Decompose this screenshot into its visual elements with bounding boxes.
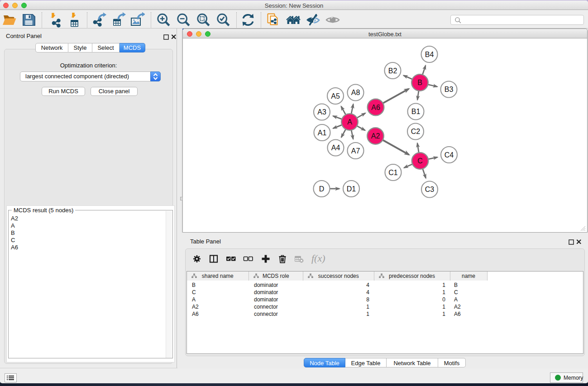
- svg-text:A6: A6: [371, 104, 380, 111]
- svg-text:B3: B3: [444, 86, 453, 93]
- svg-text:A5: A5: [331, 92, 340, 100]
- svg-text:D: D: [319, 185, 324, 193]
- svg-text:A7: A7: [351, 147, 360, 155]
- svg-text:A1: A1: [317, 129, 326, 137]
- svg-text:C1: C1: [388, 169, 398, 176]
- svg-text:B4: B4: [425, 51, 434, 58]
- svg-text:C: C: [417, 157, 423, 165]
- svg-text:A: A: [347, 118, 352, 126]
- svg-text:A8: A8: [351, 89, 360, 96]
- svg-text:B: B: [417, 79, 422, 86]
- svg-text:D1: D1: [346, 185, 356, 193]
- svg-text:C3: C3: [425, 186, 434, 193]
- svg-text:C4: C4: [444, 151, 454, 159]
- svg-text:B2: B2: [388, 67, 397, 75]
- svg-text:A3: A3: [317, 108, 326, 116]
- svg-text:C2: C2: [411, 128, 420, 135]
- svg-text:B1: B1: [411, 108, 420, 115]
- svg-text:A4: A4: [331, 144, 340, 152]
- svg-text:A2: A2: [371, 132, 380, 140]
